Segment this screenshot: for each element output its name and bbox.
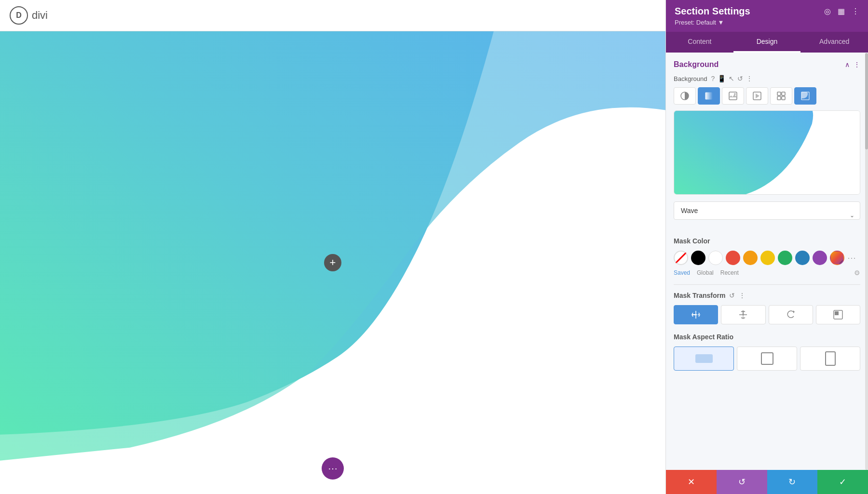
mask-transform-header: Mask Transform ↺ ⋮ — [674, 292, 860, 299]
bg-type-pattern[interactable] — [770, 87, 792, 105]
svg-rect-2 — [729, 92, 737, 100]
tab-advanced[interactable]: Advanced — [800, 32, 868, 53]
svg-rect-6 — [777, 92, 781, 95]
bg-type-image[interactable] — [722, 87, 744, 105]
color-swatch-custom[interactable] — [830, 251, 844, 265]
panel-scrollbar-thumb[interactable] — [865, 53, 868, 149]
add-section-button[interactable]: + — [324, 254, 341, 271]
bg-type-row — [674, 87, 860, 105]
target-icon[interactable]: ◎ — [824, 7, 831, 16]
svg-rect-16 — [826, 352, 835, 365]
save-button[interactable]: ✓ — [817, 470, 868, 494]
transform-flip-h[interactable] — [674, 305, 718, 324]
color-swatch-purple[interactable] — [813, 251, 827, 265]
bg-type-color[interactable] — [674, 87, 696, 105]
divi-logo: D divi — [10, 6, 48, 25]
color-tab-recent[interactable]: Recent — [720, 269, 739, 276]
bg-row-label: Background — [674, 75, 707, 82]
more-options-icon[interactable]: ⋮ — [854, 61, 860, 68]
color-swatch-white[interactable] — [708, 251, 723, 265]
color-swatches: ⋯ — [674, 251, 860, 265]
mask-color-section: Mask Color ⋯ Saved Global — [674, 237, 860, 277]
save-icon: ✓ — [839, 477, 846, 487]
redo-button[interactable]: ↻ — [767, 470, 818, 494]
wave-dropdown[interactable]: Wave None Curve Triangle Saw Arrow — [674, 201, 860, 220]
transform-flip-v[interactable] — [721, 305, 765, 324]
color-swatch-green[interactable] — [778, 251, 792, 265]
color-swatch-red[interactable] — [726, 251, 740, 265]
reset-button[interactable]: ↺ — [717, 470, 767, 494]
svg-rect-1 — [705, 92, 713, 100]
collapse-icon[interactable]: ∧ — [845, 61, 850, 68]
mask-more-icon[interactable]: ⋮ — [739, 292, 746, 299]
panel-preset[interactable]: Preset: Default ▼ — [675, 19, 859, 26]
mask-transform-section: Mask Transform ↺ ⋮ — [674, 292, 860, 324]
svg-marker-5 — [756, 93, 760, 98]
svg-rect-15 — [761, 353, 773, 364]
color-swatch-black[interactable] — [691, 251, 705, 265]
bg-type-gradient[interactable] — [698, 87, 720, 105]
tab-content[interactable]: Content — [666, 32, 733, 53]
bg-section-controls: ∧ ⋮ — [845, 61, 860, 68]
background-section-header: Background ∧ ⋮ — [674, 60, 860, 69]
svg-marker-11 — [793, 310, 795, 313]
reset-icon[interactable]: ↺ — [737, 75, 743, 82]
mask-aspect-title: Mask Aspect Ratio — [674, 333, 860, 341]
color-swatch-yellow[interactable] — [760, 251, 775, 265]
bg-row-icons: ? 📱 ↖ ↺ ⋮ — [711, 75, 753, 82]
background-preview — [674, 110, 860, 195]
svg-rect-8 — [777, 96, 781, 100]
cancel-icon: ✕ — [688, 477, 695, 487]
color-settings-gear[interactable]: ⚙ — [854, 269, 860, 277]
panel-header: Section Settings ◎ ▦ ⋮ Preset: Default ▼ — [666, 0, 868, 32]
right-panel: Section Settings ◎ ▦ ⋮ Preset: Default ▼… — [665, 0, 868, 494]
svg-point-3 — [734, 93, 736, 95]
cancel-button[interactable]: ✕ — [666, 470, 717, 494]
device-icon[interactable]: 📱 — [718, 75, 726, 82]
canvas-area: D divi + — [0, 0, 665, 494]
tab-design[interactable]: Design — [733, 32, 801, 53]
layout-icon[interactable]: ▦ — [838, 7, 845, 16]
mask-transform-title: Mask Transform — [674, 292, 725, 299]
more-icon[interactable]: ⋮ — [852, 7, 859, 16]
topbar: D divi — [0, 0, 665, 31]
bg-type-mask[interactable] — [794, 87, 816, 105]
mask-transform-icons: ↺ ⋮ — [729, 292, 746, 299]
color-more-dots[interactable]: ⋯ — [847, 253, 856, 263]
reset-icon: ↺ — [738, 477, 746, 487]
color-swatch-transparent[interactable] — [674, 251, 688, 265]
transform-invert[interactable] — [816, 305, 860, 324]
bottom-menu-button[interactable]: ⋯ — [322, 457, 344, 480]
panel-scrollbar[interactable] — [865, 53, 868, 470]
svg-rect-13 — [835, 311, 839, 315]
panel-body[interactable]: Background ∧ ⋮ Background ? 📱 ↖ ↺ ⋮ — [666, 53, 868, 470]
aspect-portrait[interactable] — [800, 347, 860, 371]
transform-rotate[interactable] — [769, 305, 813, 324]
color-tab-saved[interactable]: Saved — [674, 269, 690, 276]
mask-color-title: Mask Color — [674, 237, 860, 245]
svg-rect-14 — [696, 355, 712, 362]
svg-rect-9 — [782, 96, 785, 100]
color-tab-global[interactable]: Global — [697, 269, 714, 276]
color-swatch-blue[interactable] — [795, 251, 810, 265]
color-swatch-orange[interactable] — [743, 251, 758, 265]
divi-logo-letter: D — [16, 11, 22, 20]
section-content: + ⋯ — [0, 31, 665, 494]
cursor-icon[interactable]: ↖ — [729, 75, 734, 82]
divider-1 — [674, 284, 860, 285]
wave-dropdown-wrapper[interactable]: Wave None Curve Triangle Saw Arrow — [674, 201, 860, 228]
svg-rect-7 — [782, 92, 785, 95]
panel-header-icons: ◎ ▦ ⋮ — [824, 7, 859, 16]
background-section-title: Background — [674, 60, 719, 69]
aspect-landscape[interactable] — [674, 347, 734, 371]
divi-logo-circle: D — [10, 6, 28, 25]
canvas-section-wrapper: + ⋯ — [0, 31, 665, 494]
more-bg-icon[interactable]: ⋮ — [746, 75, 753, 82]
aspect-square[interactable] — [737, 347, 797, 371]
help-icon[interactable]: ? — [711, 75, 715, 82]
transform-btns — [674, 305, 860, 324]
bg-row: Background ? 📱 ↖ ↺ ⋮ — [674, 75, 860, 82]
aspect-btns — [674, 347, 860, 371]
mask-reset-icon[interactable]: ↺ — [729, 292, 735, 299]
bg-type-video[interactable] — [746, 87, 768, 105]
